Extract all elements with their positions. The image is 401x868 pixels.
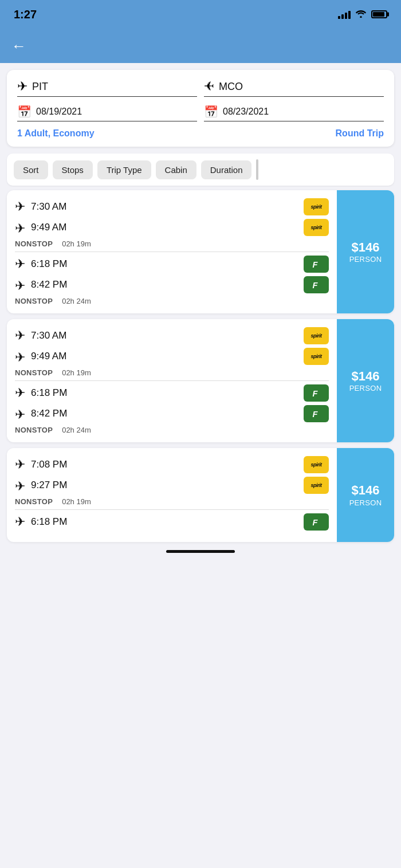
flight-card[interactable]: ✈ 7:30 AM spirit ✈ 9:49 AM spirit NONSTO…	[7, 190, 394, 313]
takeoff-icon-5: ✈	[15, 457, 25, 472]
search-card: ✈ PIT ✈ MCO 📅 08/19/2021 📅 08/23/2021 1 …	[7, 70, 394, 147]
stop-row-2: NONSTOP 02h 24m	[15, 297, 329, 305]
cabin-button[interactable]: Cabin	[156, 160, 196, 179]
frontier-logo-icon-3: F	[310, 387, 323, 399]
flight-left: ✈ 6:18 PM	[15, 386, 67, 400]
return-date: 08/23/2021	[223, 107, 269, 117]
depart-time-4: 6:18 PM	[31, 387, 67, 399]
flight-segment-depart-3: ✈ 7:30 AM spirit	[15, 327, 329, 344]
return-date-field[interactable]: 📅 08/23/2021	[204, 105, 384, 121]
price-amount-1: $146	[352, 240, 380, 255]
results-container: ✈ 7:30 AM spirit ✈ 9:49 AM spirit NONSTO…	[7, 190, 394, 542]
depart-plane-icon: ✈	[17, 79, 27, 94]
flight-left: ✈ 7:30 AM	[15, 328, 66, 343]
takeoff-icon-3: ✈	[15, 328, 25, 343]
price-amount-2: $146	[352, 369, 380, 384]
flight-segment-depart-5: ✈ 7:08 PM spirit	[15, 456, 329, 473]
arrive-time-1: 9:49 AM	[31, 222, 66, 233]
flight-left: ✈ 6:18 PM	[15, 257, 67, 272]
flight-left: ✈ 7:30 AM	[15, 199, 66, 214]
battery-icon	[371, 10, 387, 18]
stops-button[interactable]: Stops	[53, 160, 93, 179]
flight-left: ✈ 7:08 PM	[15, 457, 67, 472]
stop-label-5: NONSTOP	[15, 497, 53, 506]
arrive-time-2: 8:42 PM	[31, 279, 67, 290]
flight-left: ✈ 8:42 PM	[15, 406, 67, 421]
frontier-logo-icon-4: F	[310, 407, 323, 420]
spirit-badge-3: spirit	[304, 327, 329, 344]
trip-type-button[interactable]: Trip Type	[97, 160, 151, 179]
filter-scroll-indicator	[256, 159, 258, 180]
trip-type-info[interactable]: Round Trip	[336, 128, 384, 139]
stop-label-2: NONSTOP	[15, 297, 53, 305]
flight-card-2[interactable]: ✈ 7:30 AM spirit ✈ 9:49 AM spirit NONSTO…	[7, 319, 394, 442]
departure-airport[interactable]: ✈ PIT	[17, 79, 197, 97]
stop-label-1: NONSTOP	[15, 239, 53, 248]
landing-icon-3: ✈	[15, 349, 25, 364]
flight-segment-depart-1: ✈ 7:30 AM spirit	[15, 198, 329, 215]
trip-info-row: 1 Adult, Economy Round Trip	[17, 128, 384, 139]
nav-bar: ←	[0, 29, 401, 63]
flight-left: ✈ 6:18 PM	[15, 514, 67, 529]
depart-time-2: 6:18 PM	[31, 258, 67, 270]
price-panel-2[interactable]: $146 PERSON	[337, 319, 394, 442]
depart-time-5: 7:08 PM	[31, 459, 67, 470]
landing-icon-5: ✈	[15, 478, 25, 493]
price-label-2: PERSON	[349, 384, 382, 392]
price-panel-1[interactable]: $146 PERSON	[337, 190, 394, 313]
home-bar	[166, 550, 235, 553]
arrive-time-4: 8:42 PM	[31, 408, 67, 419]
sort-button[interactable]: Sort	[14, 160, 48, 179]
date-row: 📅 08/19/2021 📅 08/23/2021	[17, 105, 384, 121]
price-panel-3[interactable]: $146 PERSON	[337, 448, 394, 542]
landing-icon-4: ✈	[15, 406, 25, 421]
arrive-time-3: 9:49 AM	[31, 351, 66, 362]
stop-duration-5: 02h 19m	[62, 497, 91, 506]
stop-duration-1: 02h 19m	[62, 239, 91, 248]
frontier-badge-5: F	[304, 513, 329, 531]
arrival-airport[interactable]: ✈ MCO	[204, 79, 384, 97]
airport-row: ✈ PIT ✈ MCO	[17, 79, 384, 97]
filter-bar: Sort Stops Trip Type Cabin Duration	[7, 154, 394, 186]
duration-button[interactable]: Duration	[201, 160, 252, 179]
flight-card-3[interactable]: ✈ 7:08 PM spirit ✈ 9:27 PM spirit NONSTO…	[7, 448, 394, 542]
flight-segment-depart-4: ✈ 6:18 PM F	[15, 384, 329, 402]
wifi-icon	[355, 9, 367, 20]
flight-segment-depart-2: ✈ 6:18 PM F	[15, 256, 329, 273]
status-bar: 1:27	[0, 0, 401, 29]
price-amount-3: $146	[352, 483, 380, 498]
stop-row-5: NONSTOP 02h 19m	[15, 497, 329, 506]
landing-icon-2: ✈	[15, 277, 25, 292]
passengers-info[interactable]: 1 Adult, Economy	[17, 128, 95, 139]
frontier-badge-2: F	[304, 276, 329, 293]
stop-label-4: NONSTOP	[15, 426, 53, 434]
landing-icon: ✈	[15, 220, 25, 235]
spirit-badge-1: spirit	[304, 198, 329, 215]
takeoff-icon: ✈	[15, 199, 25, 214]
flight-segment-depart-6: ✈ 6:18 PM F	[15, 513, 329, 531]
arrive-time-5: 9:27 PM	[31, 480, 67, 491]
departure-code: PIT	[32, 81, 48, 93]
depart-time-6: 6:18 PM	[31, 516, 67, 528]
spirit-badge-5: spirit	[304, 456, 329, 473]
spirit-badge-6: spirit	[304, 477, 329, 494]
flight-details-3: ✈ 7:08 PM spirit ✈ 9:27 PM spirit NONSTO…	[7, 448, 337, 542]
flight-details: ✈ 7:30 AM spirit ✈ 9:49 AM spirit NONSTO…	[7, 190, 337, 313]
depart-time-3: 7:30 AM	[31, 330, 66, 341]
price-label-3: PERSON	[349, 498, 382, 507]
svg-text:F: F	[313, 410, 319, 419]
spirit-badge-2: spirit	[304, 219, 329, 236]
price-label-1: PERSON	[349, 255, 382, 264]
flight-segment-arrive-4: ✈ 8:42 PM F	[15, 405, 329, 422]
depart-calendar-icon: 📅	[17, 105, 32, 119]
flight-left: ✈ 9:27 PM	[15, 478, 67, 493]
frontier-badge-4: F	[304, 405, 329, 422]
depart-date-field[interactable]: 📅 08/19/2021	[17, 105, 197, 121]
takeoff-icon-2: ✈	[15, 257, 25, 272]
back-button[interactable]: ←	[11, 37, 26, 55]
home-indicator	[0, 542, 401, 557]
signal-icon	[338, 10, 351, 19]
takeoff-icon-4: ✈	[15, 386, 25, 400]
flight-left: ✈ 8:42 PM	[15, 277, 67, 292]
frontier-badge-1: F	[304, 256, 329, 273]
